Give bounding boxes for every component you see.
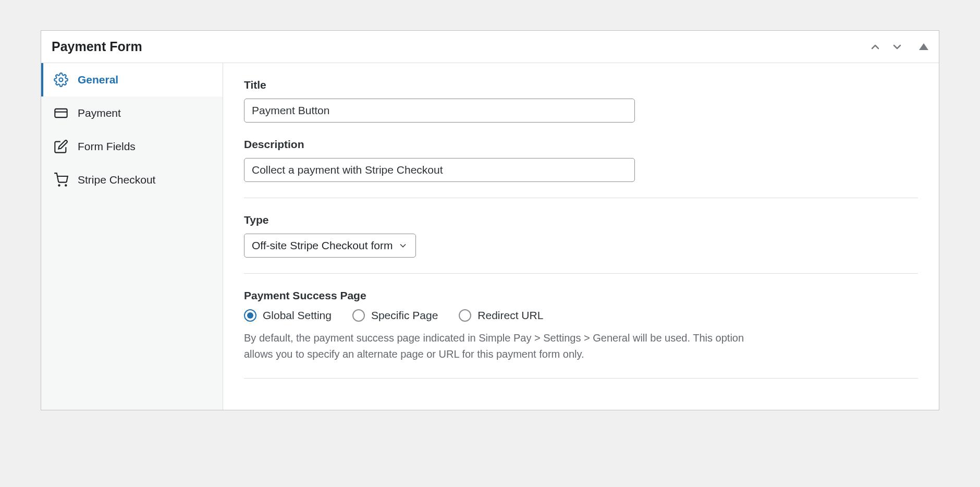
success-help-text: By default, the payment success page ind… — [244, 330, 755, 362]
field-group-title: Title — [244, 79, 918, 123]
sidebar-item-label: Form Fields — [78, 140, 136, 153]
chevron-down-icon — [398, 240, 408, 251]
sidebar-item-stripe-checkout[interactable]: Stripe Checkout — [41, 163, 223, 197]
field-group-type: Type Off-site Stripe Checkout form — [244, 214, 918, 258]
payment-form-panel: Payment Form General Payment Form Fields — [41, 30, 939, 410]
sidebar-item-general[interactable]: General — [41, 63, 223, 96]
panel-actions — [869, 41, 928, 53]
radio-icon — [244, 309, 256, 322]
edit-icon — [54, 139, 68, 154]
gear-icon — [54, 72, 68, 87]
radio-row-success: Global Setting Specific Page Redirect UR… — [244, 309, 918, 322]
radio-label: Specific Page — [371, 309, 438, 322]
collapse-triangle-icon[interactable] — [919, 43, 928, 50]
sidebar-item-label: Payment — [78, 107, 121, 119]
radio-option-global[interactable]: Global Setting — [244, 309, 332, 322]
divider — [244, 273, 918, 274]
sidebar-item-label: General — [78, 74, 118, 86]
divider — [244, 378, 918, 379]
description-input[interactable] — [244, 158, 635, 182]
radio-option-specific[interactable]: Specific Page — [352, 309, 438, 322]
label-type: Type — [244, 214, 918, 226]
title-input[interactable] — [244, 99, 635, 123]
sidebar: General Payment Form Fields Stripe Check… — [41, 63, 223, 410]
label-title: Title — [244, 79, 918, 91]
type-select[interactable]: Off-site Stripe Checkout form — [244, 234, 416, 258]
radio-icon — [459, 309, 471, 322]
svg-rect-1 — [55, 109, 67, 117]
svg-point-0 — [59, 78, 63, 82]
radio-label: Redirect URL — [477, 309, 543, 322]
panel-title: Payment Form — [52, 39, 142, 54]
sidebar-item-payment[interactable]: Payment — [41, 96, 223, 130]
label-description: Description — [244, 138, 918, 151]
radio-option-redirect[interactable]: Redirect URL — [459, 309, 543, 322]
svg-point-3 — [58, 185, 59, 186]
chevron-up-icon[interactable] — [869, 41, 881, 53]
credit-card-icon — [54, 106, 68, 120]
sidebar-item-form-fields[interactable]: Form Fields — [41, 130, 223, 163]
field-group-description: Description — [244, 138, 918, 182]
radio-icon — [352, 309, 365, 322]
cart-icon — [54, 173, 68, 187]
svg-point-4 — [65, 185, 66, 186]
radio-label: Global Setting — [263, 309, 332, 322]
field-group-success-page: Payment Success Page Global Setting Spec… — [244, 289, 918, 362]
chevron-down-icon[interactable] — [891, 41, 903, 53]
type-select-value: Off-site Stripe Checkout form — [252, 239, 393, 252]
panel-body: General Payment Form Fields Stripe Check… — [41, 63, 939, 410]
label-success-page: Payment Success Page — [244, 289, 918, 302]
main-content: Title Description Type Off-site Stripe C… — [223, 63, 939, 410]
panel-header: Payment Form — [41, 31, 939, 63]
sidebar-item-label: Stripe Checkout — [78, 174, 155, 186]
divider — [244, 198, 918, 198]
